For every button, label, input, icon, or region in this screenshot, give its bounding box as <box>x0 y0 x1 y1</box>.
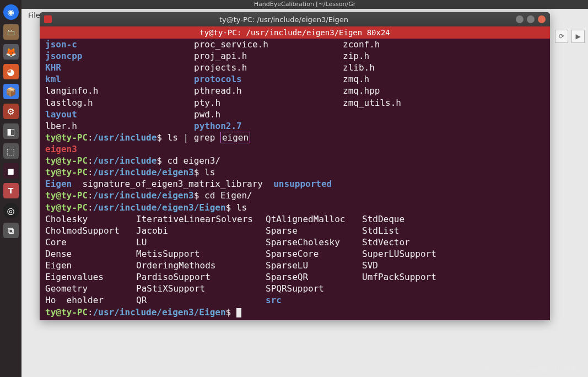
terminal-titlebar[interactable]: ty@ty-PC: /usr/include/eigen3/Eigen <box>40 12 550 26</box>
byobu-status-bar: ty@ty-PC: /usr/include/eigen3/Eigen 80x2… <box>40 26 550 39</box>
terminal-title: ty@ty-PC: /usr/include/eigen3/Eigen <box>55 15 513 24</box>
ls-output: kmlprotocolszmq.h <box>45 73 544 85</box>
launcher-icon-app[interactable]: 🦊 <box>3 44 19 60</box>
prompt-line: ty@ty-PC:/usr/include/eigen3/Eigen$ <box>45 306 544 318</box>
terminal-app-icon <box>44 15 52 23</box>
launcher-icon-app4[interactable]: ⬚ <box>3 143 19 159</box>
ls-output: lastlog.hpty.hzmq_utils.h <box>45 97 544 109</box>
ls-output: GeometryPaStiXSupportSPQRSupport <box>45 283 544 294</box>
ls-output: lber.hpython2.7 <box>45 120 544 132</box>
ls-output: CoreLUSparseCholeskyStdVector <box>45 236 544 248</box>
grep-arg-highlight: eigen <box>220 132 250 143</box>
ls-output: CholeskyIterativeLinearSolversQtAlignedM… <box>45 213 544 225</box>
ls-output: CholmodSupportJacobiSparseStdList <box>45 225 544 236</box>
prompt-line: ty@ty-PC:/usr/include/eigen3$ ls <box>45 166 544 178</box>
launcher-icon-logo[interactable]: ◉ <box>3 4 19 20</box>
terminal-window: ty@ty-PC: /usr/include/eigen3/Eigen ty@t… <box>40 12 550 320</box>
ide-titlebar: HandEyeCalibration [~/Lesson/Gr <box>21 0 588 9</box>
ls-output: layoutpwd.h <box>45 109 544 120</box>
ls-output: DenseMetisSupportSparseCoreSuperLUSuppor… <box>45 248 544 260</box>
terminal-body[interactable]: json-cproc_service.hzconf.h jsoncppproj_… <box>40 39 550 320</box>
cursor <box>236 308 241 317</box>
ls-output: json-cproc_service.hzconf.h <box>45 39 544 50</box>
ls-output: EigenOrderingMethodsSparseLUSVD <box>45 260 544 271</box>
launcher-icon-app2[interactable]: ⚙ <box>3 104 19 119</box>
launcher-icon-terminal[interactable]: ◼ <box>3 163 19 179</box>
prompt-line: ty@ty-PC:/usr/include$ cd eigen3/ <box>45 155 544 166</box>
maximize-button[interactable] <box>527 15 535 23</box>
launcher-icon-obs[interactable]: ◎ <box>3 203 19 218</box>
ls-output: jsoncppproj_api.hzip.h <box>45 50 544 62</box>
prompt-line: ty@ty-PC:/usr/include$ ls | grep eigen <box>45 132 544 143</box>
minimize-button[interactable] <box>516 15 524 23</box>
ls-output: KHRprojects.hzlib.h <box>45 62 544 73</box>
launcher-icon-files[interactable]: 🗀 <box>3 24 19 40</box>
ls-output: Eigen signature_of_eigen3_matrix_library… <box>45 178 544 190</box>
launcher-icon-app5[interactable]: ⧉ <box>3 223 19 238</box>
launcher-icon-app3[interactable]: ◧ <box>3 123 19 139</box>
launcher-icon-text[interactable]: T <box>3 183 19 198</box>
launcher-icon-chrome[interactable]: 📦 <box>3 84 19 99</box>
close-button[interactable] <box>538 15 546 23</box>
launcher-icon-firefox[interactable]: ◕ <box>3 64 19 79</box>
ls-output: EigenvaluesPardisoSupportSparseQRUmfPack… <box>45 271 544 283</box>
watermark: https://blog.csdn.net/@51CTO博客 <box>483 365 577 374</box>
ls-output: langinfo.hpthread.hzmq.hpp <box>45 85 544 96</box>
prompt-line: ty@ty-PC:/usr/include/eigen3/Eigen$ ls <box>45 202 544 213</box>
grep-result: eigen3 <box>45 143 544 155</box>
unity-launcher: ◉ 🗀 🦊 ◕ 📦 ⚙ ◧ ⬚ ◼ T ◎ ⧉ <box>0 0 21 377</box>
ls-output: Ho eholderQRsrc <box>45 294 544 306</box>
prompt-line: ty@ty-PC:/usr/include/eigen3$ cd Eigen/ <box>45 190 544 201</box>
